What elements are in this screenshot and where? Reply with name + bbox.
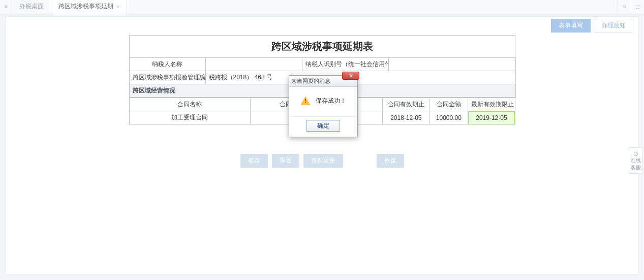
tab-desktop-label: 办税桌面 bbox=[19, 2, 44, 11]
alert-dialog: 来自网页的消息 ✕ 保存成功！ 确定 bbox=[289, 75, 358, 137]
save-button[interactable]: 保存 bbox=[240, 154, 268, 168]
page-tabs: 表单填写 办理须知 bbox=[551, 19, 633, 33]
hdr-contract-name: 合同名称 bbox=[129, 98, 251, 111]
tab-scroll-right[interactable]: » bbox=[618, 0, 631, 13]
tab-menu-button[interactable]: □ bbox=[631, 0, 644, 13]
tabbar: « 办税桌面 跨区域涉税事项延期 × » □ bbox=[0, 0, 644, 13]
tab-scroll-left[interactable]: « bbox=[0, 0, 12, 13]
label-taxpayer-name: 纳税人名称 bbox=[129, 58, 205, 71]
value-mgmt-no: 税跨报（2018） 468 号 bbox=[205, 71, 515, 84]
close-icon[interactable]: × bbox=[116, 4, 119, 10]
cell-contract-name: 加工受理合同 bbox=[129, 111, 251, 125]
cell-valid-to: 2018-12-05 bbox=[383, 111, 430, 125]
page-card: 表单填写 办理须知 跨区域涉税事项延期表 纳税人名称 纳税人识别号（统一社会信用… bbox=[5, 16, 639, 275]
tab-current[interactable]: 跨区域涉税事项延期 × bbox=[51, 0, 127, 13]
tab-current-label: 跨区域涉税事项延期 bbox=[58, 2, 113, 11]
reset-button[interactable]: 重置 bbox=[272, 154, 299, 168]
value-taxpayer-name[interactable] bbox=[205, 58, 302, 71]
alert-close-button[interactable]: ✕ bbox=[342, 72, 359, 80]
docs-button[interactable]: 资料采集 bbox=[303, 154, 343, 168]
form-title: 跨区域涉税事项延期表 bbox=[129, 35, 515, 57]
support-line1: 在线 bbox=[629, 157, 642, 164]
alert-actions: 确定 bbox=[289, 116, 357, 137]
alert-message: 保存成功！ bbox=[316, 97, 346, 105]
warning-icon bbox=[300, 96, 311, 105]
row-taxpayer: 纳税人名称 纳税人识别号（统一社会信用代码） bbox=[129, 58, 515, 71]
tab-desktop[interactable]: 办税桌面 bbox=[12, 0, 51, 13]
cell-new-valid-to[interactable]: 2019-12-05 bbox=[468, 111, 515, 125]
tabbar-spacer bbox=[127, 0, 618, 13]
label-taxpayer-id: 纳税人识别号（统一社会信用代码） bbox=[302, 58, 388, 71]
page-tab-process-info[interactable]: 办理须知 bbox=[594, 19, 633, 33]
value-taxpayer-id[interactable] bbox=[388, 58, 515, 71]
label-mgmt-no: 跨区域涉税事项报验管理编号 bbox=[129, 71, 205, 84]
action-bar: 保存 重置 资料采集 作废 bbox=[240, 154, 404, 168]
alert-titlebar: 来自网页的消息 ✕ bbox=[289, 76, 357, 87]
support-line2: 客服 bbox=[629, 164, 642, 171]
hdr-new-valid-to: 最新有效期限止 bbox=[468, 98, 515, 111]
hdr-valid-to: 合同有效期止 bbox=[383, 98, 430, 111]
cancel-button[interactable]: 作废 bbox=[377, 154, 404, 168]
hdr-amount: 合同金额 bbox=[430, 98, 468, 111]
support-widget[interactable]: ☺ 在线 客服 bbox=[629, 147, 643, 174]
alert-ok-button[interactable]: 确定 bbox=[306, 120, 340, 132]
support-avatar-icon: ☺ bbox=[629, 150, 642, 157]
cell-amount: 10000.00 bbox=[430, 111, 468, 125]
alert-body: 保存成功！ bbox=[289, 87, 357, 116]
page-tab-form-fill[interactable]: 表单填写 bbox=[551, 19, 591, 33]
alert-title: 来自网页的消息 bbox=[291, 77, 330, 85]
